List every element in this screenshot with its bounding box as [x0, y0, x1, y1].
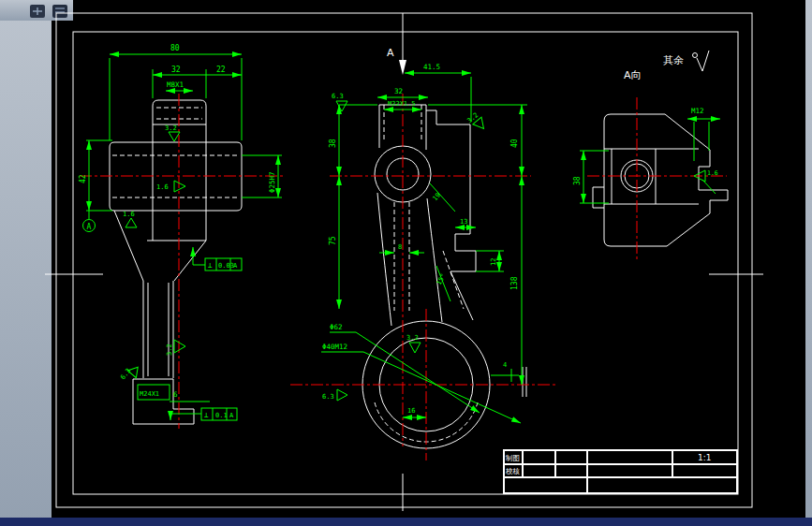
bottom-status-bar [0, 518, 812, 526]
titlebar-icon-1[interactable] [30, 5, 45, 18]
dim-8: 8 [398, 243, 402, 251]
model-space[interactable] [52, 0, 805, 518]
thread-m8x1: M8X1 [167, 80, 184, 89]
titleblock-row1-label: 制图 [505, 454, 520, 462]
roughness-1-6: 1.6 [707, 169, 718, 177]
dim-40: 40 [510, 139, 519, 148]
dim-13: 13 [460, 218, 467, 226]
roughness-1-6: 1.6 [156, 183, 169, 191]
dim-41-5: 41.5 [423, 63, 440, 71]
dia-40m12-label: Φ40M12 [322, 343, 347, 351]
dim-22: 22 [216, 66, 226, 74]
dim-32: 32 [394, 87, 403, 95]
fcf2-symbol: ⊥ [204, 411, 209, 419]
others-roughness-label: 其余 [663, 54, 684, 66]
dia-62-label: Φ62 [330, 323, 343, 331]
fcf1-symbol: ⊥ [208, 261, 213, 270]
dim-38: 38 [329, 139, 337, 148]
dim-80: 80 [170, 44, 180, 52]
dim-38: 38 [573, 176, 582, 185]
roughness-circle: 3.2 [406, 334, 419, 342]
roughness-1-6b: 1.6 [123, 211, 135, 218]
cad-window: 80 32 22 M8X1 42 A 3.2 1.6 1.6 Φ25H7 [0, 0, 812, 526]
thread-m24x1: M24X1 [140, 390, 159, 398]
drawing-scale: 1:1 [698, 453, 711, 462]
fcf1-tolerance: 0.03 [218, 262, 234, 270]
dim-bore: Φ25H7 [268, 171, 276, 193]
dim-4: 4 [503, 361, 507, 369]
thread-m12: M12 [691, 107, 704, 115]
dim-138: 138 [510, 276, 519, 290]
dim-16: 16 [407, 407, 415, 415]
drawing-canvas: 80 32 22 M8X1 42 A 3.2 1.6 1.6 Φ25H7 [0, 0, 812, 526]
roughness-circle-left: 6.3 [322, 393, 334, 401]
dim-42: 42 [79, 174, 87, 183]
datum-label: A [87, 223, 92, 231]
thread-m24-depth: 6 [173, 390, 178, 399]
roughness-stem: 3.2 [166, 343, 173, 356]
fcf2-tolerance: 0.1 [215, 412, 228, 419]
titlebar-icon-2[interactable] [52, 5, 67, 18]
dim-32: 32 [171, 66, 181, 74]
a-view-label: A向 [624, 69, 642, 81]
dim-75: 75 [329, 236, 337, 245]
section-label: A [387, 47, 394, 59]
dim-12: 12 [490, 258, 497, 266]
roughness-6-3: 6.3 [332, 93, 344, 100]
thread-m22x1-5: M22X1.5 [388, 100, 416, 108]
titleblock-row2-label: 校核 [505, 467, 521, 475]
roughness-3-2: 3.2 [165, 124, 177, 132]
